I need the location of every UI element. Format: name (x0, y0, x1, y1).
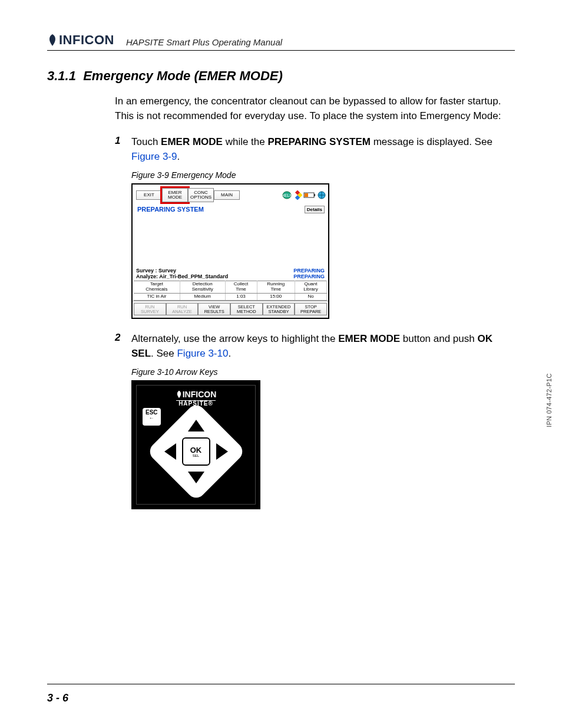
f39-bottom-toolbar: RUN SURVEY RUN ANALYZE VIEW RESULTS SELE… (133, 301, 328, 318)
exit-button[interactable]: EXIT (136, 190, 162, 200)
hazard-diamond-icon (293, 190, 302, 200)
run-analyze-button[interactable]: RUN ANALYZE (166, 303, 199, 316)
extended-standby-button[interactable]: EXTENDED STANDBY (263, 303, 295, 316)
arrow-up-key[interactable] (188, 420, 204, 431)
details-button[interactable]: Details (305, 206, 325, 213)
survey-line-1: Survey : Survey PREPARING (133, 268, 328, 274)
view-results-button[interactable]: VIEW RESULTS (198, 303, 230, 316)
f39-top-toolbar: EXIT EMER MODE CONC OPTIONS MAIN HELP (133, 185, 328, 205)
globe-icon (318, 191, 326, 199)
step-text: Alternately, use the arrow keys to highl… (131, 332, 504, 361)
conc-options-button[interactable]: CONC OPTIONS (188, 188, 214, 203)
figure-link-3-9[interactable]: Figure 3-9 (131, 151, 177, 162)
arrow-down-key[interactable] (188, 472, 204, 483)
section-heading: 3.1.1 Emergency Mode (EMER MODE) (47, 68, 515, 84)
brand-text: INFICON (59, 32, 114, 48)
f39-blank-area (133, 213, 328, 268)
arrow-right-key[interactable] (216, 443, 228, 460)
svg-rect-8 (305, 193, 308, 197)
figure-3-9-caption: Figure 3-9 Emergency Mode (131, 170, 504, 180)
inficon-mark-icon (176, 390, 183, 398)
emer-mode-button[interactable]: EMER MODE (162, 188, 188, 203)
f39-parameters-table: Target Chemicals Detection Sensitivity C… (134, 281, 327, 300)
inficon-mark-icon (47, 34, 58, 47)
intro-paragraph: In an emergency, the concentrator cleano… (115, 94, 504, 123)
svg-text:HELP: HELP (282, 193, 292, 197)
figure-3-10: INFICON HAPSITE® ESC OK SEL (131, 380, 260, 509)
step-1: 1 Touch EMER MODE while the PREPARING SY… (115, 135, 504, 164)
stop-prepare-button[interactable]: STOP PREPARE (295, 303, 327, 316)
step-2: 2 Alternately, use the arrow keys to hig… (115, 332, 504, 361)
table-row: TIC in Air Medium 1:03 15:00 No (134, 293, 327, 300)
step-number: 1 (115, 135, 131, 164)
status-icon-row: HELP (282, 190, 326, 200)
esc-key[interactable]: ESC (143, 408, 161, 426)
battery-icon (303, 192, 316, 199)
run-survey-button[interactable]: RUN SURVEY (134, 303, 166, 316)
ok-sel-key[interactable]: OK SEL (182, 437, 210, 466)
table-header-row: Target Chemicals Detection Sensitivity C… (134, 281, 327, 294)
brand-logo: INFICON (47, 32, 114, 48)
arrow-keypad: OK SEL (161, 416, 232, 487)
figure-link-3-10[interactable]: Figure 3-10 (177, 348, 228, 359)
ipn-label: IPN 074-472-P1C (546, 374, 553, 427)
survey-line-2: Analyze: Air_Tri-Bed_PPM_Standard PREPAR… (133, 274, 328, 279)
doc-title: HAPSITE Smart Plus Operating Manual (126, 37, 282, 48)
figure-3-10-caption: Figure 3-10 Arrow Keys (131, 367, 504, 377)
select-method-button[interactable]: SELECT METHOD (230, 303, 263, 316)
arrow-left-key[interactable] (164, 443, 176, 460)
figure-3-9: EXIT EMER MODE CONC OPTIONS MAIN HELP PR… (131, 183, 329, 319)
preparing-system-status: PREPARING SYSTEM Details (133, 205, 328, 213)
step-text: Touch EMER MODE while the PREPARING SYST… (131, 135, 504, 164)
page-header: INFICON HAPSITE Smart Plus Operating Man… (47, 32, 515, 51)
main-button[interactable]: MAIN (214, 190, 240, 200)
page-number: 3 - 6 (47, 692, 68, 704)
help-icon: HELP (282, 191, 292, 199)
keypad-logo: INFICON HAPSITE® (137, 386, 255, 407)
step-number: 2 (115, 332, 131, 361)
svg-rect-7 (314, 194, 315, 196)
footer-rule (47, 684, 515, 684)
